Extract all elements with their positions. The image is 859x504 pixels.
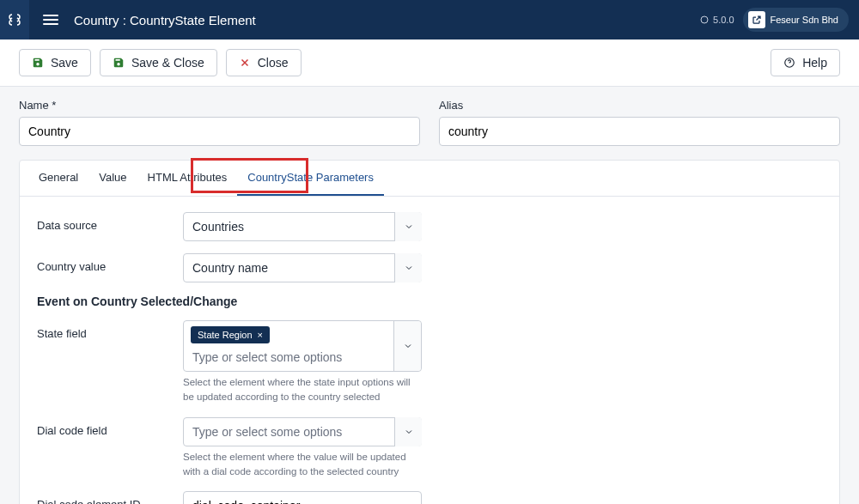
country-value-label: Country value: [37, 253, 183, 273]
alias-input[interactable]: [439, 117, 840, 146]
state-field-tag[interactable]: State Region ×: [191, 326, 270, 343]
data-source-select[interactable]: Countries: [183, 212, 422, 241]
dial-code-field-helper: Select the element where the value will …: [183, 450, 422, 480]
menu-toggle[interactable]: [40, 11, 62, 28]
event-section-heading: Event on Country Selected/Change: [37, 295, 822, 308]
close-icon: [239, 57, 251, 69]
external-link-icon: [748, 11, 765, 28]
tab-countrystate-parameters[interactable]: CountryState Parameters: [237, 161, 384, 196]
tab-value[interactable]: Value: [88, 161, 137, 196]
save-button[interactable]: Save: [19, 49, 91, 76]
toolbar: Save Save & Close Close Help: [0, 39, 859, 87]
close-button[interactable]: Close: [226, 49, 302, 76]
remove-tag-icon[interactable]: ×: [258, 330, 263, 340]
svg-point-0: [701, 16, 708, 23]
tab-general[interactable]: General: [28, 161, 88, 196]
help-button[interactable]: Help: [771, 49, 840, 76]
chevron-down-icon: [393, 321, 421, 371]
state-field-helper: Select the element where the state input…: [183, 375, 422, 405]
dial-code-field-select[interactable]: Type or select some options: [183, 417, 422, 446]
data-source-label: Data source: [37, 212, 183, 232]
app-logo[interactable]: [0, 0, 29, 39]
tabs-bar: General Value HTML Attributes CountrySta…: [20, 161, 839, 197]
tab-html-attributes[interactable]: HTML Attributes: [137, 161, 238, 196]
top-bar: Country : CountryState Element 5.0.0 Fes…: [0, 0, 859, 39]
version-badge: 5.0.0: [699, 15, 734, 25]
alias-label: Alias: [439, 99, 840, 112]
country-value-select[interactable]: Country name: [183, 253, 422, 282]
save-close-button[interactable]: Save & Close: [100, 49, 217, 76]
save-icon: [113, 57, 125, 69]
dial-code-id-textarea[interactable]: [183, 491, 422, 504]
dial-code-id-label: Dial code element ID: [37, 491, 183, 504]
joomla-small-icon: [699, 15, 710, 25]
name-label: Name *: [19, 99, 420, 112]
state-field-select[interactable]: State Region × Type or select some optio…: [183, 320, 422, 372]
save-icon: [32, 57, 44, 69]
state-field-label: State field: [37, 320, 183, 340]
dial-code-field-label: Dial code field: [37, 417, 183, 437]
name-input[interactable]: [19, 117, 420, 146]
company-badge[interactable]: Feseur Sdn Bhd: [743, 8, 850, 32]
page-title: Country : CountryState Element: [74, 13, 256, 27]
joomla-icon: [7, 12, 22, 27]
help-icon: [783, 57, 795, 69]
